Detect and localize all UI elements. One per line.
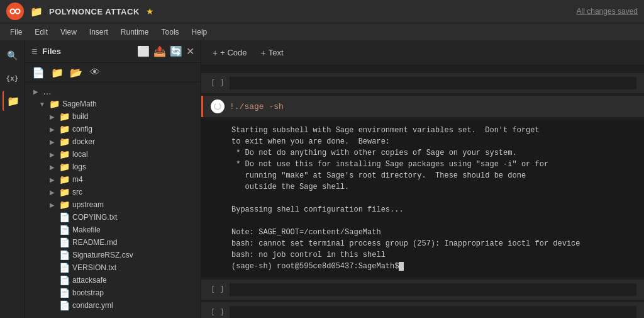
cell-3-input-area[interactable] — [230, 283, 636, 296]
tree-config-arrow: ▶ — [48, 125, 57, 133]
main-layout: 🔍 {x} 📁 ≡ Files ⬜ 📤 🔄 ✕ 📄 📁 📂 👁 — [0, 40, 644, 318]
tree-signaturersz-arrow — [48, 251, 57, 259]
new-folder-icon[interactable]: 📁 — [50, 65, 64, 79]
tree-attacksafe-arrow — [48, 276, 57, 285]
file-icon-version: 📄 — [59, 263, 70, 273]
folder-icon-upstream: 📁 — [59, 200, 70, 210]
file-icon-signaturersz: 📄 — [59, 250, 70, 260]
tree-item-copying[interactable]: 📄 COPYING.txt — [25, 211, 201, 224]
folder-icon-build: 📁 — [59, 111, 70, 122]
svg-point-2 — [214, 103, 221, 110]
sidebar-title: Files — [42, 47, 61, 56]
tree-item-local[interactable]: ▶ 📁 local — [25, 148, 201, 161]
tree-copying-arrow — [48, 213, 57, 222]
add-code-button[interactable]: + + Code — [209, 47, 250, 59]
sidebar-icons: ⬜ 📤 🔄 ✕ — [137, 45, 194, 57]
tree-version-arrow — [48, 263, 57, 272]
tree-item-signaturersz[interactable]: 📄 SignatureRSZ.csv — [25, 249, 201, 261]
left-icon-files[interactable]: 📁 — [3, 91, 23, 111]
tree-item-upstream[interactable]: ▶ 📁 upstream — [25, 198, 201, 211]
hamburger-icon[interactable]: ≡ — [31, 46, 37, 57]
add-text-button[interactable]: + Text — [257, 47, 287, 59]
app-title: POLYNONCE ATTACK — [49, 7, 140, 16]
cell-1-container: [ ] — [201, 73, 644, 93]
tree-bootstrap-label: bootstrap — [72, 288, 104, 297]
tree-item-readme[interactable]: 📄 README.md — [25, 236, 201, 249]
cell-1: [ ] — [201, 73, 644, 93]
cell-3-container: [ ] — [201, 280, 644, 300]
tree-root[interactable]: ▶ … — [25, 85, 201, 98]
tree-src-arrow: ▶ — [48, 188, 57, 196]
add-code-label: + Code — [220, 48, 247, 57]
tree-item-build[interactable]: ▶ 📁 build — [25, 110, 201, 123]
folder-icon-m4: 📁 — [59, 174, 70, 185]
tree-upstream-label: upstream — [72, 200, 104, 209]
cell-1-input-area[interactable] — [230, 77, 636, 89]
cell-2-input[interactable]: !./sage -sh — [230, 102, 636, 111]
cell-3: [ ] — [201, 280, 644, 300]
tree-m4-arrow: ▶ — [48, 175, 57, 184]
menu-tools[interactable]: Tools — [157, 26, 184, 38]
tree-item-src[interactable]: ▶ 📁 src — [25, 186, 201, 198]
tree-local-label: local — [72, 150, 88, 159]
tree-copying-label: COPYING.txt — [72, 213, 117, 222]
left-sidebar-icons: 🔍 {x} 📁 — [0, 40, 25, 318]
tree-item-attacksafe[interactable]: 📄 attacksafe — [25, 274, 201, 287]
tree-condarc-label: condarc.yml — [72, 301, 113, 310]
menu-runtime[interactable]: Runtime — [116, 26, 154, 38]
file-icon-condarc: 📄 — [59, 300, 70, 310]
tree-item-logs[interactable]: ▶ 📁 logs — [25, 161, 201, 173]
tree-item-sagemath[interactable]: ▼ 📁 SageMath — [25, 98, 201, 110]
menu-view[interactable]: View — [55, 26, 82, 38]
plus-text-icon: + — [260, 48, 265, 58]
cell-4-bracket: [ ] — [211, 308, 225, 317]
menu-insert[interactable]: Insert — [84, 26, 113, 38]
tree-item-makefile[interactable]: 📄 Makefile — [25, 224, 201, 236]
tree-sagemath-label: SageMath — [62, 99, 97, 108]
tree-item-docker[interactable]: ▶ 📁 docker — [25, 135, 201, 148]
refresh-icon[interactable]: 🔄 — [170, 45, 182, 57]
tree-condarc-arrow — [48, 301, 57, 310]
file-icon-copying: 📄 — [59, 212, 70, 222]
cell-1-bracket: [ ] — [211, 79, 225, 88]
file-icon-bootstrap: 📄 — [59, 288, 70, 298]
cell-2: !./sage -sh Starting subshell with Sage … — [201, 96, 644, 277]
sidebar-header: ≡ Files ⬜ 📤 🔄 ✕ — [25, 40, 201, 63]
notebook-toolbar: + + Code + Text — [201, 40, 644, 65]
tree-build-label: build — [72, 112, 88, 121]
tree-item-bootstrap[interactable]: 📄 bootstrap — [25, 287, 201, 299]
run-icon — [214, 103, 221, 110]
tree-docker-arrow: ▶ — [48, 137, 57, 146]
cell-4-container: [ ] — [201, 302, 644, 318]
left-icon-variables[interactable]: {x} — [3, 68, 23, 88]
folder-icon-config: 📁 — [59, 124, 70, 134]
tree-root-icon: … — [43, 86, 52, 96]
left-icon-search[interactable]: 🔍 — [3, 45, 23, 65]
cell-2-run-button[interactable] — [211, 99, 225, 113]
upload-file-icon[interactable]: 📂 — [69, 65, 83, 79]
sidebar-content[interactable]: ▶ … ▼ 📁 SageMath ▶ 📁 build ▶ 📁 config — [25, 82, 201, 318]
menu-help[interactable]: Help — [187, 26, 213, 38]
tree-item-condarc[interactable]: 📄 condarc.yml — [25, 299, 201, 312]
tree-item-version[interactable]: 📄 VERSION.txt — [25, 261, 201, 274]
close-sidebar-icon[interactable]: ✕ — [186, 45, 194, 57]
cell-3-bracket: [ ] — [211, 285, 225, 294]
tree-m4-label: m4 — [72, 175, 83, 184]
tree-build-arrow: ▶ — [48, 112, 57, 121]
tree-item-m4[interactable]: ▶ 📁 m4 — [25, 173, 201, 186]
svg-point-1 — [16, 9, 20, 14]
upload-icon[interactable]: 📤 — [153, 45, 166, 57]
filter-icon[interactable]: 👁 — [88, 65, 102, 79]
tree-version-label: VERSION.txt — [72, 263, 116, 272]
star-icon[interactable]: ★ — [146, 6, 154, 16]
all-changes-saved[interactable]: All changes saved — [577, 7, 638, 16]
new-notebook-icon[interactable]: ⬜ — [137, 45, 150, 57]
cell-4-input-area[interactable] — [230, 306, 636, 318]
menu-edit[interactable]: Edit — [30, 26, 53, 38]
tree-item-config[interactable]: ▶ 📁 config — [25, 123, 201, 135]
menu-file[interactable]: File — [5, 26, 27, 38]
app-drive-icon: 📁 — [30, 6, 43, 18]
new-file-icon[interactable]: 📄 — [31, 65, 45, 79]
cursor — [399, 262, 404, 271]
tree-readme-arrow — [48, 238, 57, 247]
